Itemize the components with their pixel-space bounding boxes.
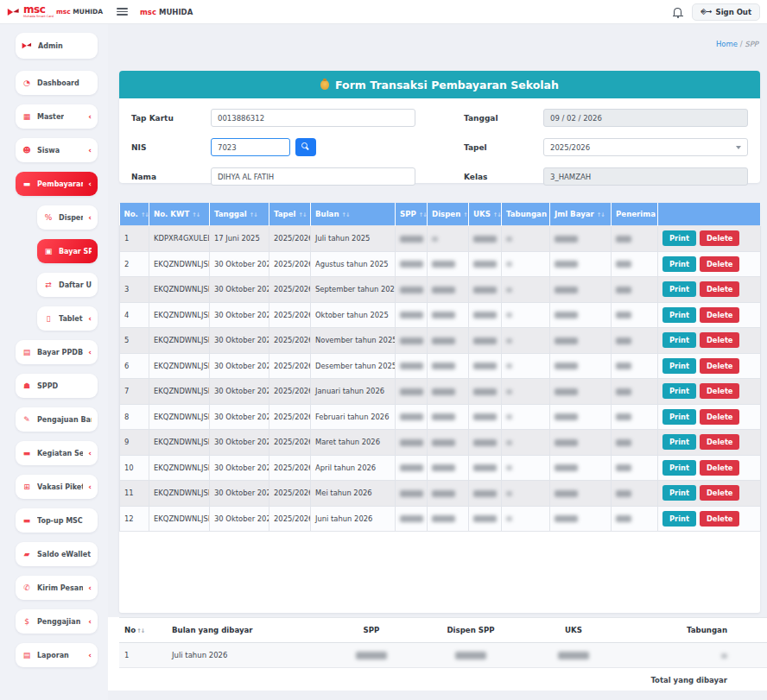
delete-button[interactable]: Delete <box>700 485 740 501</box>
cell-tanggal: 30 Oktober 2025 <box>210 302 269 328</box>
sidebar-item-dispen-siswa[interactable]: %Dispen Siswa‹ <box>37 205 98 230</box>
column-header-tapel[interactable]: Tapel↑↓ <box>269 203 311 226</box>
print-button[interactable]: Print <box>662 409 696 425</box>
cell-penerima <box>612 430 658 456</box>
cell-penerima <box>612 379 658 405</box>
column-header-jml-bayar[interactable]: Jml Bayar↑↓ <box>550 203 612 226</box>
delete-button[interactable]: Delete <box>700 383 740 399</box>
redacted-value <box>616 287 631 293</box>
cell-tanggal: 30 Oktober 2025 <box>210 277 269 303</box>
redacted-value <box>555 464 578 471</box>
sidebar-item-kegiatan-sekolah[interactable]: ▬Kegiatan Sekolah‹ <box>16 441 98 465</box>
cell-no-kwt: EKQZNDWNLJSR <box>149 455 210 481</box>
delete-button[interactable]: Delete <box>700 230 740 246</box>
bayar-ppdb-icon: ▤ <box>22 349 32 356</box>
cell-no: 8 <box>120 404 149 430</box>
print-button[interactable]: Print <box>662 281 696 297</box>
navbar-brand: msc MUHIDA <box>140 8 193 16</box>
cell-tanggal: 30 Oktober 2025 <box>210 404 269 430</box>
sort-icon: ↑↓ <box>419 211 427 218</box>
nis-search-button[interactable] <box>295 138 316 156</box>
sidebar-item-label: Saldo eWallet <box>37 551 91 558</box>
print-button[interactable]: Print <box>662 383 696 399</box>
sidebar-item-laporan[interactable]: ▤Laporan‹ <box>16 643 98 667</box>
delete-button[interactable]: Delete <box>700 511 740 527</box>
sidebar-item-daftar-ulang[interactable]: ⇄Daftar Ulang <box>37 273 98 297</box>
print-button[interactable]: Print <box>662 511 696 527</box>
column-header-no[interactable]: No.↑↓ <box>120 203 149 226</box>
column-header-no-kwt[interactable]: No. KWT↑↓ <box>149 203 210 226</box>
sidebar-item-label: Kegiatan Sekolah <box>37 450 83 457</box>
sidebar-item-pembayaran[interactable]: ▬Pembayaran‹ <box>16 172 98 196</box>
tap-kartu-input[interactable] <box>211 109 415 127</box>
total-label: Total yang dibayar <box>624 668 732 693</box>
redacted-value <box>616 439 631 446</box>
sign-out-button[interactable]: ⎆→ Sign Out <box>692 3 760 21</box>
delete-button[interactable]: Delete <box>700 281 740 297</box>
delete-button[interactable]: Delete <box>700 256 740 272</box>
cell-uks <box>469 506 502 532</box>
sidebar-item-admin[interactable]: Admin <box>16 33 98 59</box>
sidebar-item-pengajuan-barang[interactable]: ✎Pengajuan Barang <box>16 407 98 432</box>
column-header-tanggal[interactable]: Tanggal↑↓ <box>210 203 269 226</box>
delete-button[interactable]: Delete <box>700 434 740 450</box>
sidebar-item-vakasi-piket[interactable]: ⊞Vakasi Piket‹ <box>16 475 98 499</box>
sidebar-item-dashboard[interactable]: ◔Dashboard <box>16 71 98 95</box>
app-logo[interactable]: msc Muhada Smart Card msc MUHIDA <box>0 0 108 24</box>
redacted-value <box>400 439 423 446</box>
cell-spp <box>396 353 428 379</box>
nis-input[interactable] <box>211 138 290 156</box>
logo-text: msc <box>23 4 54 15</box>
redacted-value <box>400 413 423 420</box>
delete-button[interactable]: Delete <box>700 409 740 425</box>
summary-cell-spp <box>324 643 419 668</box>
sidebar-item-sppd[interactable]: ☗SPPD <box>16 374 98 398</box>
cell-spp <box>396 277 428 303</box>
sidebar-item-penggajian[interactable]: $Penggajian‹ <box>16 609 98 634</box>
redacted-value <box>473 515 497 522</box>
cell-uks <box>469 277 502 303</box>
column-header-penerima[interactable]: Penerima↑↓ <box>612 203 658 226</box>
cell-tabungan <box>502 251 550 277</box>
sidebar-item-siswa[interactable]: ☻Siswa‹ <box>16 138 98 162</box>
brand-text: msc MUHIDA <box>56 8 103 16</box>
sidebar-item-master[interactable]: ▦Master‹ <box>16 104 98 129</box>
cell-no: 9 <box>120 430 149 456</box>
notifications-bell-icon[interactable] <box>674 8 681 16</box>
sidebar-item-kirim-pesan[interactable]: ✆Kirim Pesan‹ <box>16 576 98 600</box>
redacted-value <box>432 388 455 395</box>
table-row: 12EKQZNDWNLJSR30 Oktober 20252025/2026Ju… <box>120 506 761 532</box>
delete-button[interactable]: Delete <box>700 358 740 374</box>
print-button[interactable]: Print <box>662 485 696 501</box>
sidebar-item-saldo-ewallet[interactable]: ▰Saldo eWallet <box>16 542 98 566</box>
print-button[interactable]: Print <box>662 460 696 476</box>
sidebar-item-bayar-ppdb[interactable]: ▤Bayar PPDB‹ <box>16 340 98 364</box>
column-header-bulan[interactable]: Bulan↑↓ <box>311 203 396 226</box>
sidebar-item-top-up-msc[interactable]: ▬Top-up MSC <box>16 508 98 533</box>
bayar-spp-icon: ▣ <box>43 248 54 255</box>
print-button[interactable]: Print <box>662 230 696 246</box>
sign-out-label: Sign Out <box>716 8 751 16</box>
print-button[interactable]: Print <box>662 256 696 272</box>
menu-toggle-icon[interactable] <box>117 8 128 16</box>
delete-button[interactable]: Delete <box>700 307 740 323</box>
print-button[interactable]: Print <box>662 434 696 450</box>
delete-button[interactable]: Delete <box>700 332 740 348</box>
column-header-spp[interactable]: SPP↑↓ <box>396 203 428 226</box>
sidebar-item-tablet-icp[interactable]: ▯Tablet ICP‹ <box>37 306 98 331</box>
print-button[interactable]: Print <box>662 332 696 348</box>
summary-cell-no: 1 <box>119 643 167 668</box>
column-header-tabungan[interactable]: Tabungan↑↓ <box>502 203 550 226</box>
print-button[interactable]: Print <box>662 358 696 374</box>
redacted-value <box>555 287 578 293</box>
column-header-uks[interactable]: UKS↑↓ <box>469 203 502 226</box>
delete-button[interactable]: Delete <box>700 460 740 476</box>
column-header-dispen[interactable]: Dispen↑↓ <box>428 203 469 226</box>
redacted-value <box>555 261 578 268</box>
sidebar-item-bayar-spp[interactable]: ▣Bayar SPP <box>37 239 98 263</box>
print-button[interactable]: Print <box>662 307 696 323</box>
tapel-select[interactable]: 2025/2026 <box>543 138 748 156</box>
nama-input[interactable] <box>211 167 415 186</box>
payment-history-table: No.↑↓No. KWT↑↓Tanggal↑↓Tapel↑↓Bulan↑↓SPP… <box>119 203 761 532</box>
breadcrumb-home-link[interactable]: Home <box>716 40 738 48</box>
